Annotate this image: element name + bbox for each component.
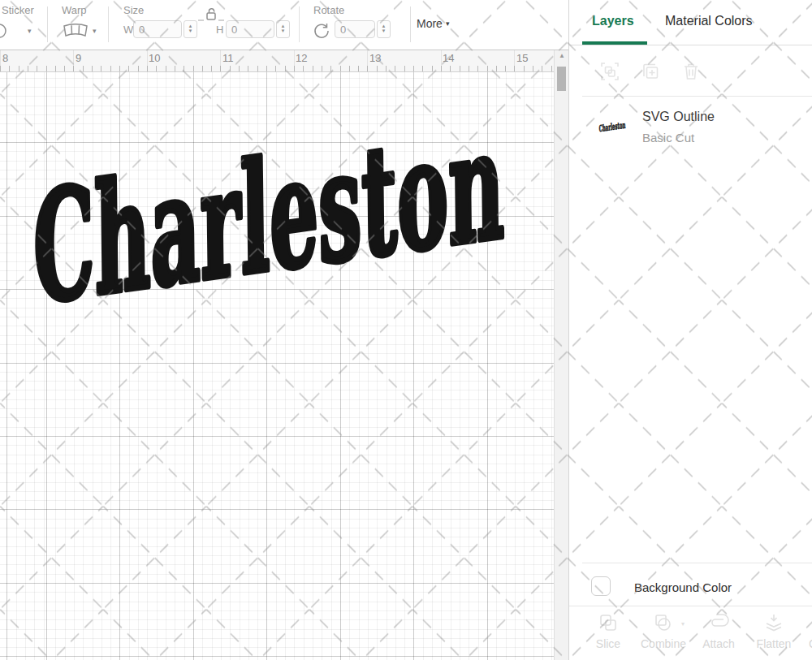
combine-button[interactable]: ▾ Combine <box>636 612 691 650</box>
active-tab-underline <box>582 41 647 45</box>
canvas-vertical-scrollbar[interactable]: ▲ <box>554 50 568 660</box>
width-label: W <box>123 24 133 36</box>
toolbar-divider <box>299 6 300 42</box>
contour-button[interactable]: Contour <box>801 612 812 650</box>
more-button[interactable]: More ▾ <box>417 17 449 30</box>
ruler-number: 15 <box>516 52 528 64</box>
width-stepper[interactable]: ▲ ▼ <box>184 20 197 38</box>
panel-tabs: Layers Material Colors <box>569 0 812 45</box>
stepper-down-icon[interactable]: ▼ <box>188 29 193 34</box>
duplicate-icon[interactable] <box>639 60 662 83</box>
background-color-swatch[interactable] <box>591 576 611 596</box>
combine-caret-icon: ▾ <box>681 620 685 628</box>
layer-title: SVG Outline <box>642 110 715 124</box>
attach-button[interactable]: Attach <box>691 612 746 650</box>
combine-icon <box>653 612 674 633</box>
panel-divider <box>582 96 812 97</box>
height-input[interactable] <box>226 20 274 38</box>
scrollbar-up-icon[interactable]: ▲ <box>555 52 569 63</box>
slice-button[interactable]: Slice <box>581 612 636 650</box>
stepper-down-icon[interactable]: ▼ <box>382 29 387 34</box>
background-color-label: Background Color <box>634 580 732 594</box>
artwork-charleston[interactable]: Charleston <box>8 110 544 337</box>
tab-layers[interactable]: Layers <box>592 14 634 28</box>
ruler-ticks <box>0 66 554 71</box>
delete-icon[interactable] <box>680 60 702 83</box>
more-label: More <box>417 17 443 30</box>
flatten-button[interactable]: Flatten <box>746 612 801 650</box>
ruler-number: 8 <box>2 52 8 64</box>
ruler-number: 9 <box>76 52 81 64</box>
layer-action-bar: Slice ▾ Combine Attach <box>569 606 812 660</box>
layer-subtitle: Basic Cut <box>642 131 694 145</box>
artwork-text[interactable]: Charleston <box>15 97 511 338</box>
horizontal-ruler: 8 9 10 11 12 13 14 15 <box>0 50 554 72</box>
ruler-number: 11 <box>222 52 234 64</box>
edit-toolbar: Sticker ▾ Warp ▾ Size W ▲ ▼ H ▲ ▼ <box>0 0 568 50</box>
sticker-caret-icon[interactable]: ▾ <box>28 27 32 35</box>
group-icon[interactable] <box>598 60 621 83</box>
flatten-icon <box>763 612 784 633</box>
size-section-label: Size <box>123 4 144 16</box>
scrollbar-thumb[interactable] <box>557 67 566 91</box>
attach-icon <box>708 612 729 633</box>
layer-row-svg-outline[interactable]: Charleston SVG Outline Basic Cut <box>569 102 812 153</box>
warp-caret-icon[interactable]: ▾ <box>93 27 97 35</box>
more-caret-icon: ▾ <box>446 19 450 28</box>
ruler-number: 13 <box>369 52 381 64</box>
width-input[interactable] <box>133 20 182 38</box>
size-lock-icon[interactable] <box>197 6 225 23</box>
toolbar-divider <box>410 6 411 42</box>
rotate-input[interactable] <box>335 20 375 38</box>
warp-section-label: Warp <box>62 4 87 16</box>
slice-icon <box>598 612 619 633</box>
ruler-number: 14 <box>443 52 454 64</box>
layer-thumbnail: Charleston <box>597 119 628 135</box>
height-label: H <box>216 24 223 36</box>
sticker-section-label: Sticker <box>2 4 34 16</box>
stepper-down-icon[interactable]: ▼ <box>281 29 286 34</box>
rotate-section-label: Rotate <box>313 4 344 16</box>
ruler-number: 12 <box>296 52 307 64</box>
layer-thumbnail-text: Charleston <box>598 120 626 135</box>
rotate-stepper[interactable]: ▲ ▼ <box>377 20 391 38</box>
warp-icon[interactable] <box>62 23 89 39</box>
tab-material-colors[interactable]: Material Colors <box>665 14 753 28</box>
toolbar-divider <box>108 6 109 42</box>
layer-tools-row <box>569 57 812 96</box>
rotate-icon[interactable] <box>312 21 331 41</box>
background-color-row: Background Color <box>569 563 812 606</box>
app-window: Sticker ▾ Warp ▾ Size W ▲ ▼ H ▲ ▼ <box>0 0 812 660</box>
height-stepper[interactable]: ▲ ▼ <box>276 20 290 38</box>
toolbar-divider <box>47 6 48 42</box>
sticker-icon[interactable] <box>0 22 10 40</box>
layers-panel: Layers Material Colors <box>568 0 812 660</box>
ruler-number: 10 <box>149 52 160 64</box>
